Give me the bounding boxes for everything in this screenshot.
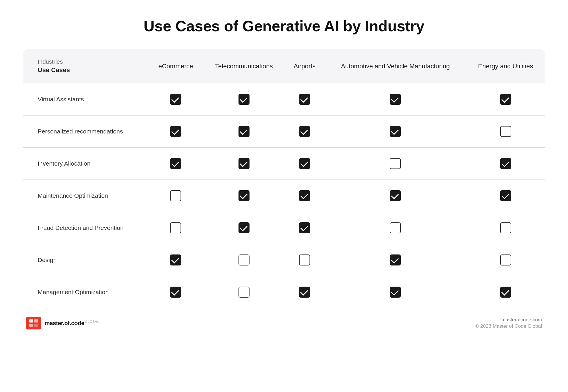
checkbox-checked	[500, 287, 511, 298]
cell-3-1	[203, 180, 285, 212]
checkbox-checked	[239, 126, 250, 137]
header-airports: Airports	[285, 49, 325, 83]
checkbox-checked	[239, 94, 250, 105]
footer: master.of.codeGLOBAL masterofcode.com © …	[23, 317, 545, 329]
checkbox-unchecked	[239, 254, 250, 265]
cell-3-3	[324, 180, 466, 212]
checkbox-checked	[239, 222, 250, 233]
cell-2-2	[285, 148, 325, 180]
checkbox-unchecked	[500, 222, 511, 233]
checkbox-checked	[239, 158, 250, 169]
checkbox-checked	[500, 190, 511, 201]
cell-5-0	[148, 244, 203, 276]
checkbox-checked	[390, 190, 401, 201]
checkbox-checked	[500, 158, 511, 169]
checkbox-checked	[170, 287, 181, 298]
svg-rect-1	[34, 319, 38, 323]
checkbox-checked	[299, 94, 310, 105]
table-row: Fraud Detection and Prevention	[23, 212, 545, 244]
footer-site: masterofcode.com	[475, 317, 542, 323]
cell-1-0	[148, 116, 203, 148]
cell-6-4	[466, 276, 545, 308]
cell-5-2	[285, 244, 325, 276]
cell-6-1	[203, 276, 285, 308]
table-row: Inventory Allocation	[23, 148, 545, 180]
checkbox-checked	[170, 158, 181, 169]
checkbox-unchecked	[170, 222, 181, 233]
use-cases-label: Use Cases	[38, 66, 143, 74]
footer-copyright: © 2023 Master of Code Global	[475, 323, 542, 329]
checkbox-unchecked	[500, 254, 511, 265]
checkbox-checked	[299, 190, 310, 201]
cell-5-4	[466, 244, 545, 276]
checkbox-checked	[299, 287, 310, 298]
industries-label: Industries	[38, 58, 143, 65]
table-header-row: Industries Use Cases eCommerce Telecommu…	[23, 49, 545, 83]
cell-0-4	[466, 83, 545, 116]
table-row: Virtual Assistants	[23, 83, 545, 116]
cell-5-3	[324, 244, 466, 276]
header-ecommerce: eCommerce	[148, 49, 203, 83]
svg-rect-3	[34, 324, 38, 327]
svg-rect-2	[29, 324, 33, 327]
checkbox-checked	[500, 94, 511, 105]
row-label-2: Inventory Allocation	[23, 148, 148, 180]
main-table-wrapper: Industries Use Cases eCommerce Telecommu…	[23, 49, 545, 308]
table-row: Management Optimization	[23, 276, 545, 308]
logo-icon	[26, 317, 41, 329]
cell-5-1	[203, 244, 285, 276]
checkbox-unchecked	[299, 254, 310, 265]
table-row: Personalized recommendations	[23, 116, 545, 148]
checkbox-checked	[239, 190, 250, 201]
header-automotive: Automotive and Vehicle Manufacturing	[324, 49, 466, 83]
header-use-cases: Industries Use Cases	[23, 49, 148, 83]
checkbox-unchecked	[239, 287, 250, 298]
table-row: Maintenance Optimization	[23, 180, 545, 212]
cell-3-4	[466, 180, 545, 212]
cell-1-1	[203, 116, 285, 148]
cell-4-0	[148, 212, 203, 244]
cell-6-0	[148, 276, 203, 308]
logo-svg	[29, 319, 39, 327]
header-energy: Energy and Utilities	[466, 49, 545, 83]
cell-0-2	[285, 83, 325, 116]
header-telecom: Telecommunications	[203, 49, 285, 83]
cell-4-1	[203, 212, 285, 244]
cell-4-2	[285, 212, 325, 244]
checkbox-checked	[299, 158, 310, 169]
cell-4-3	[324, 212, 466, 244]
checkbox-unchecked	[390, 158, 401, 169]
logo-area: master.of.codeGLOBAL	[26, 317, 99, 329]
row-label-3: Maintenance Optimization	[23, 180, 148, 212]
cell-0-3	[324, 83, 466, 116]
checkbox-checked	[299, 222, 310, 233]
checkbox-unchecked	[170, 190, 181, 201]
checkbox-checked	[390, 126, 401, 137]
checkbox-checked	[299, 126, 310, 137]
cell-2-3	[324, 148, 466, 180]
checkbox-unchecked	[390, 222, 401, 233]
cell-0-1	[203, 83, 285, 116]
row-label-6: Management Optimization	[23, 276, 148, 308]
checkbox-checked	[390, 287, 401, 298]
checkbox-checked	[390, 94, 401, 105]
cell-2-0	[148, 148, 203, 180]
checkbox-checked	[170, 94, 181, 105]
cell-0-0	[148, 83, 203, 116]
row-label-5: Design	[23, 244, 148, 276]
cell-2-1	[203, 148, 285, 180]
footer-right: masterofcode.com © 2023 Master of Code G…	[475, 317, 542, 329]
page-title: Use Cases of Generative AI by Industry	[143, 17, 424, 35]
cell-1-3	[324, 116, 466, 148]
checkbox-checked	[170, 254, 181, 265]
cell-2-4	[466, 148, 545, 180]
row-label-0: Virtual Assistants	[23, 83, 148, 116]
cell-1-2	[285, 116, 325, 148]
cell-3-0	[148, 180, 203, 212]
table-row: Design	[23, 244, 545, 276]
cell-4-4	[466, 212, 545, 244]
cell-1-4	[466, 116, 545, 148]
svg-rect-0	[29, 319, 33, 323]
row-label-1: Personalized recommendations	[23, 116, 148, 148]
row-label-4: Fraud Detection and Prevention	[23, 212, 148, 244]
